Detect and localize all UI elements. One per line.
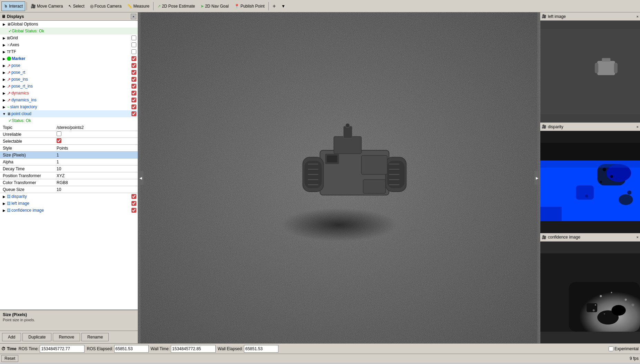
selectable-checkbox[interactable]: [57, 138, 61, 143]
displays-tree[interactable]: ▶ 🖥 Global Options ✓ Global Status: Ok ▶…: [0, 21, 138, 310]
left-image-checkbox[interactable]: [131, 201, 136, 206]
unreliable-checkbox[interactable]: [57, 131, 61, 136]
disparity-svg: [540, 131, 640, 233]
tree-item-global-options[interactable]: ▶ 🖥 Global Options: [0, 21, 138, 28]
expand-icon[interactable]: ▶: [1, 56, 7, 61]
nav-goal-button[interactable]: ➤ 2D Nav Goal: [198, 1, 231, 11]
expand-icon[interactable]: ▶: [1, 70, 7, 75]
marker-label: Marker: [12, 56, 131, 61]
left-image-content: [540, 21, 640, 122]
pose-ins-checkbox[interactable]: [131, 77, 136, 82]
tree-item-pose-rt-ins[interactable]: ▶ ↗ pose_rt_ins: [0, 83, 138, 90]
tree-item-confidence-image[interactable]: ▶ 🖼 confidence image: [0, 207, 138, 214]
tree-item-point-cloud[interactable]: ▼ 🖥 point cloud: [0, 110, 138, 117]
global-options-label: Global Options: [11, 22, 138, 27]
experimental-checkbox-input[interactable]: [609, 346, 613, 351]
collapse-left-button[interactable]: ◀: [138, 171, 144, 185]
tf-checkbox[interactable]: [131, 49, 136, 54]
left-image-title: 🎥 left image: [542, 14, 566, 19]
close-disparity-button[interactable]: ×: [637, 125, 639, 129]
focus-camera-button[interactable]: ◎ Focus Camera: [88, 1, 124, 11]
interact-button[interactable]: 🖱 Interact: [1, 1, 25, 11]
pose-estimate-button[interactable]: ↗ 2D Pose Estimate: [155, 1, 197, 11]
pc-checkbox[interactable]: [131, 111, 136, 116]
pose-rt-checkbox[interactable]: [131, 70, 136, 75]
expand-icon[interactable]: ▶: [1, 104, 7, 110]
axes-checkbox[interactable]: [131, 42, 136, 47]
expand-icon[interactable]: ▶: [1, 49, 7, 54]
cursor-icon: 🖱: [4, 4, 8, 9]
reset-button[interactable]: Reset: [1, 355, 18, 362]
move-camera-icon: 🎥: [31, 4, 36, 9]
expand-icon[interactable]: ▶: [1, 208, 7, 213]
tree-item-pose[interactable]: ▶ ↗ pose: [0, 62, 138, 69]
tf-label: TF: [11, 49, 131, 54]
disparity-checkbox[interactable]: [131, 194, 136, 199]
rename-button[interactable]: Rename: [81, 333, 109, 341]
wall-elapsed-input[interactable]: [244, 345, 278, 353]
dynamics-ins-checkbox[interactable]: [131, 98, 136, 102]
prop-topic-label: Topic: [0, 125, 55, 130]
close-left-image-button[interactable]: ×: [637, 14, 639, 19]
expand-icon[interactable]: ▶: [1, 42, 7, 48]
separator-3: [268, 2, 269, 10]
displays-close-button[interactable]: ×: [131, 14, 136, 19]
center-viewport[interactable]: ◀ ▶: [138, 12, 540, 343]
slam-checkbox[interactable]: [131, 104, 136, 109]
close-confidence-button[interactable]: ×: [637, 235, 639, 239]
pose-rt-ins-checkbox[interactable]: [131, 84, 136, 89]
disparity-label: disparity: [11, 194, 131, 199]
wall-time-input[interactable]: [171, 345, 216, 353]
tree-item-pc-status[interactable]: ✓ Status: Ok: [0, 117, 138, 124]
expand-icon[interactable]: ▶: [1, 63, 7, 68]
expand-icon[interactable]: ▶: [1, 201, 7, 206]
pc-icon: 🖥: [7, 112, 11, 116]
expand-icon[interactable]: ▶: [1, 97, 7, 103]
tree-item-slam-trajectory[interactable]: ▶ ~ slam trajectory: [0, 103, 138, 110]
publish-point-button[interactable]: 📍 Publish Point: [232, 1, 267, 11]
tree-item-axes[interactable]: ▶ ✕ Axes: [0, 41, 138, 48]
add-display-button[interactable]: Add: [2, 333, 21, 341]
select-button[interactable]: ↖ Select: [66, 1, 87, 11]
grid-checkbox[interactable]: [131, 36, 136, 40]
collapse-right-button[interactable]: ▶: [534, 171, 540, 185]
confidence-label: confidence image: [11, 208, 131, 213]
tree-item-pose-rt[interactable]: ▶ ↗ pose_rt: [0, 69, 138, 76]
left-image-panel: 🎥 left image ×: [540, 12, 640, 123]
tree-item-global-status[interactable]: ✓ Global Status: Ok: [0, 28, 138, 34]
svg-point-42: [627, 191, 631, 195]
remove-button[interactable]: Remove: [53, 333, 80, 341]
tree-item-disparity[interactable]: ▶ 🖼 disparity: [0, 193, 138, 200]
confidence-content: [540, 242, 640, 343]
tree-item-pose-ins[interactable]: ▶ ↗ pose_ins: [0, 76, 138, 83]
tree-item-tf[interactable]: ▶ TF TF: [0, 48, 138, 55]
expand-icon[interactable]: ▶: [1, 83, 7, 89]
dropdown-button[interactable]: ▼: [279, 1, 288, 11]
svg-point-53: [631, 303, 634, 306]
expand-icon[interactable]: ▶: [1, 77, 7, 82]
svg-point-50: [611, 292, 612, 293]
tree-item-dynamics-ins[interactable]: ▶ ↗ dynamics_ins: [0, 97, 138, 103]
confidence-image-title: 🎥 confidence image: [542, 235, 580, 240]
ros-elapsed-input[interactable]: [114, 345, 149, 353]
nav-goal-label: 2D Nav Goal: [205, 4, 229, 9]
tree-item-left-image[interactable]: ▶ 🖼 left image: [0, 200, 138, 207]
ros-time-input[interactable]: [40, 345, 85, 353]
marker-checkbox[interactable]: [131, 56, 136, 61]
confidence-checkbox[interactable]: [131, 208, 136, 213]
add-button[interactable]: +: [270, 1, 278, 11]
expand-icon[interactable]: ▶: [1, 35, 7, 41]
expand-icon[interactable]: ▼: [1, 111, 7, 117]
move-camera-button[interactable]: 🎥 Move Camera: [28, 1, 65, 11]
duplicate-button[interactable]: Duplicate: [22, 333, 51, 341]
tree-item-grid[interactable]: ▶ ⊞ Grid: [0, 34, 138, 41]
expand-icon[interactable]: ▶: [1, 21, 7, 27]
slam-icon: ~: [7, 104, 10, 110]
pose-checkbox[interactable]: [131, 63, 136, 68]
expand-icon[interactable]: ▶: [1, 90, 7, 96]
dynamics-checkbox[interactable]: [131, 91, 136, 95]
tree-item-marker[interactable]: ▶ Marker: [0, 55, 138, 62]
measure-button[interactable]: 📏 Measure: [125, 1, 152, 11]
tree-item-dynamics[interactable]: ▶ ↗ dynamics: [0, 90, 138, 97]
expand-icon[interactable]: ▶: [1, 194, 7, 199]
